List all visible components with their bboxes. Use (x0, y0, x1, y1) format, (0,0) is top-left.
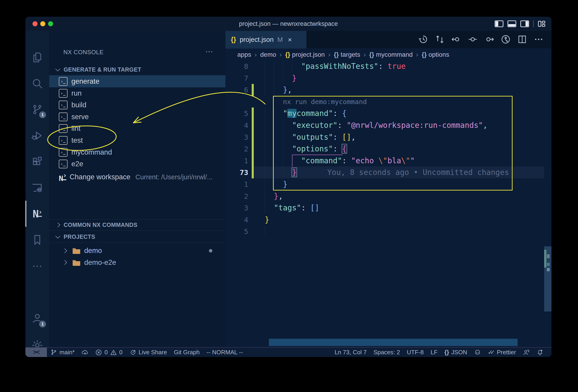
status-copilot[interactable] (471, 348, 484, 357)
status-label: Prettier (497, 349, 516, 356)
breadcrumb-item-apps[interactable]: apps (237, 51, 251, 58)
activity-item-more-views[interactable]: ⋯ (25, 255, 49, 277)
code-line[interactable]: 2 }, (225, 190, 551, 202)
code-line[interactable]: 5 (225, 225, 551, 237)
current-change-icon[interactable] (468, 34, 478, 45)
status-git-branch[interactable]: main* (47, 348, 78, 357)
target-item-test[interactable]: ›_test (49, 134, 225, 146)
activity-item-explorer[interactable] (25, 46, 49, 69)
section-common-nx-commands[interactable]: COMMON NX COMMANDS (49, 219, 225, 230)
line-number: 3 (232, 202, 248, 214)
target-item-generate[interactable]: ›_generate (49, 76, 225, 87)
activity-item-extensions[interactable] (25, 150, 49, 173)
code-line[interactable]: 7 } (225, 72, 551, 84)
breadcrumb-label: mycommand (376, 51, 413, 58)
status-live-share[interactable]: Live Share (126, 348, 170, 357)
status-language-mode[interactable]: {}JSON (441, 348, 471, 357)
split-editor-icon[interactable] (517, 34, 527, 45)
target-item-run[interactable]: ›_run (49, 87, 225, 99)
breadcrumb-item-targets[interactable]: {}targets (334, 51, 360, 58)
code-line[interactable]: nx run demo:mycommand (225, 96, 551, 108)
horizontal-scrollbar[interactable] (269, 339, 518, 346)
breadcrumb-item-demo[interactable]: demo (260, 51, 276, 58)
sidebar-more-actions-icon[interactable]: ⋯ (205, 47, 213, 56)
change-workspace-item[interactable]: N›Change workspaceCurrent: /Users/juri/n… (49, 171, 225, 183)
code-line[interactable]: 1 } (225, 178, 551, 190)
activity-item-search[interactable] (25, 72, 49, 95)
more-actions-icon[interactable] (534, 34, 544, 45)
section-projects[interactable]: PROJECTS (49, 231, 225, 242)
code-line[interactable]: 2 "options": { (225, 143, 551, 155)
section-generate-run-target[interactable]: GENERATE & RUN TARGET (49, 64, 225, 75)
activity-item-accounts[interactable]: 1 (25, 307, 49, 330)
tab-close-icon[interactable]: × (288, 36, 292, 44)
status-label: 0 (119, 349, 122, 356)
code-line[interactable]: 1 "command": "echo \"bla\"" (225, 155, 551, 167)
status-vim-mode[interactable]: -- NORMAL -- (203, 348, 246, 357)
code-text: }, (265, 190, 283, 202)
status-label: JSON (451, 349, 467, 356)
warning-icon (110, 349, 117, 356)
target-item-mycommand[interactable]: ›_mycommand (49, 146, 225, 158)
nx-console-icon: N› (33, 208, 42, 220)
editor-group: {} project.json M × apps›demo›{}project.… (225, 31, 551, 348)
status-eol[interactable]: LF (427, 348, 441, 357)
breadcrumb-item-mycommand[interactable]: {}mycommand (369, 51, 413, 58)
code-line[interactable]: 73 }You, 8 seconds ago • Uncommitted cha… (225, 167, 551, 178)
code-line[interactable]: 4} (225, 214, 551, 226)
section-border (49, 75, 225, 75)
cloud-icon (82, 349, 88, 356)
workbench: 1N›⋯11 NX CONSOLE ⋯ GENERATE & RUN TARGE… (25, 31, 551, 348)
git-blame-annotation: You, 8 seconds ago • Uncommitted changes (327, 167, 509, 178)
project-item-demo[interactable]: demo (49, 245, 225, 257)
code-line[interactable]: 8 "passWithNoTests": true (225, 60, 551, 72)
code-lens-run-command[interactable]: nx run demo:mycommand (283, 96, 367, 108)
target-item-serve[interactable]: ›_serve (49, 111, 225, 123)
activity-item-remote-explorer[interactable] (25, 176, 49, 199)
code-line[interactable]: 4 "executor": "@nrwl/workspace:run-comma… (225, 119, 551, 131)
status-git-graph[interactable]: Git Graph (170, 348, 203, 357)
toggle-secondary-sidebar-icon[interactable] (520, 20, 529, 27)
breadcrumb-item-project.json[interactable]: {}project.json (285, 51, 325, 58)
breadcrumb-label: project.json (292, 51, 325, 58)
status-label: main* (59, 349, 75, 356)
status-encoding[interactable]: UTF-8 (403, 348, 427, 357)
target-item-lint[interactable]: ›_lint (49, 123, 225, 134)
chevron-down-icon (55, 233, 60, 238)
twistie-icon[interactable] (62, 248, 67, 253)
status-indentation[interactable]: Spaces: 2 (370, 348, 403, 357)
activity-item-nx-console[interactable]: N› (25, 202, 49, 225)
project-status-dot (209, 249, 212, 253)
activity-item-run-and-debug[interactable] (25, 124, 49, 147)
status-notifications[interactable] (533, 348, 547, 357)
sidebar-title: NX CONSOLE (63, 49, 104, 56)
breadcrumb-item-options[interactable]: {}options (422, 51, 449, 58)
target-item-build[interactable]: ›_build (49, 99, 225, 111)
tab-project-json[interactable]: {} project.json M × (225, 31, 306, 48)
status-cursor-position[interactable]: Ln 73, Col 7 (331, 348, 370, 357)
toggle-panel-icon[interactable] (508, 20, 516, 27)
compare-changes-icon[interactable] (435, 34, 445, 45)
timeline-icon[interactable] (418, 34, 428, 45)
status-problems[interactable]: 00 (92, 348, 126, 357)
activity-item-bookmarks[interactable] (25, 228, 49, 251)
code-line[interactable]: 6 }, (225, 84, 551, 96)
status-sync[interactable] (78, 348, 92, 357)
code-line[interactable]: 5 "mycommand": { (225, 107, 551, 119)
status-remote[interactable]: >< (25, 348, 47, 357)
project-item-demo-e2e[interactable]: demo-e2e (49, 257, 225, 268)
toggle-sidebar-icon[interactable] (495, 20, 503, 27)
file-history-icon[interactable] (501, 34, 511, 45)
status-feedback[interactable] (519, 348, 533, 357)
code-line[interactable]: 3 "tags": [] (225, 202, 551, 214)
target-item-e2e[interactable]: ›_e2e (49, 158, 225, 170)
json-braces-icon: {} (369, 51, 374, 58)
next-change-icon[interactable] (484, 34, 494, 45)
twistie-icon[interactable] (62, 260, 67, 265)
code-editor[interactable]: 8 "passWithNoTests": true7 }6 },nx run d… (225, 60, 551, 348)
customize-layout-icon[interactable] (538, 20, 545, 27)
activity-item-source-control[interactable]: 1 (25, 98, 49, 121)
previous-change-icon[interactable] (451, 34, 461, 45)
status-prettier[interactable]: ✓✓Prettier (484, 348, 519, 357)
code-line[interactable]: 3 "outputs": [], (225, 131, 551, 143)
